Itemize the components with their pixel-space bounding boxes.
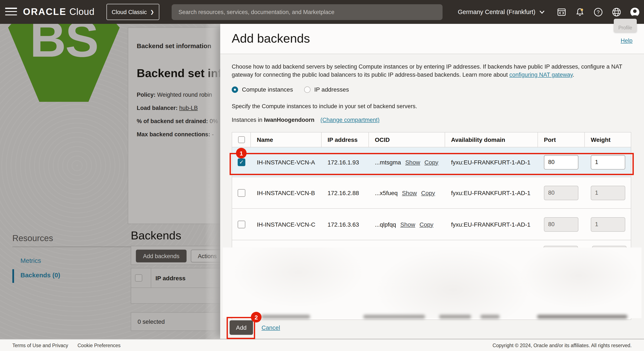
globe-language-icon[interactable] (611, 7, 622, 17)
resources-heading: Resources (12, 234, 53, 243)
instance-ad: fyxu:EU-FRANKFURT-1-AD-1 (445, 148, 538, 177)
column-header-name: Name (251, 132, 322, 147)
top-bar: ORACLE Cloud Cloud Classic ❯ Germany Cen… (0, 0, 644, 24)
column-header-weight: Weight (585, 132, 631, 147)
select-all-checkbox-dimmed (135, 274, 142, 282)
weight-input[interactable] (591, 155, 625, 169)
profile-tooltip-label: Profile (618, 25, 632, 30)
add-backends-panel: Add backends Help Choose how to add back… (220, 24, 644, 339)
weight-input[interactable] (591, 186, 625, 200)
help-link[interactable]: Help (620, 38, 632, 44)
instance-ip: 172.16.2.88 (322, 177, 369, 208)
page-footer: Terms of Use and Privacy Cookie Preferen… (0, 339, 644, 351)
cookie-preferences-link[interactable]: Cookie Preferences (78, 343, 120, 348)
blurred-table-region (223, 248, 642, 318)
annotation-step-badge-1: 1 (236, 148, 246, 158)
search-input[interactable] (172, 4, 442, 20)
radio-selected-icon (232, 86, 238, 93)
instances-compartment-line: Instances in IwanHoogendoorn(Change comp… (232, 117, 380, 123)
instance-ocid: ...qlpfqq (375, 221, 396, 228)
backends-heading: Backends (131, 229, 181, 242)
cloud-classic-label: Cloud Classic (112, 9, 147, 15)
radio-ip-addresses[interactable]: IP addresses (304, 86, 349, 93)
notifications-bell-icon[interactable] (574, 7, 585, 17)
backend-set-information-tab: Backend set information (137, 42, 211, 50)
instance-ocid: ...x5fueq (375, 189, 398, 196)
select-all-checkbox[interactable] (238, 136, 245, 143)
chevron-down-icon (539, 10, 545, 14)
table-header-row: Name IP address OCID Availability domain… (232, 132, 631, 148)
specify-instances-text: Specify the Compute instances to include… (232, 103, 417, 110)
row-checkbox[interactable] (238, 189, 245, 196)
instance-ad: fyxu:EU-FRANKFURT-1-AD-1 (445, 209, 538, 240)
profile-tooltip: Profile (614, 19, 637, 32)
column-header-ad: Availability domain (445, 132, 538, 147)
instance-ad: fyxu:EU-FRANKFURT-1-AD-1 (445, 177, 538, 208)
table-row: IH-INSTANCE-VCN-C 172.16.3.63 ...qlpfqqS… (232, 209, 631, 240)
page-edge-strip (205, 24, 220, 339)
instance-ip: 172.16.1.93 (322, 148, 369, 177)
svg-text:?: ? (596, 9, 599, 15)
load-balancer-link: hub-LB (179, 105, 198, 111)
copyright-text: Copyright © 2024, Oracle and/or its affi… (492, 343, 632, 348)
cancel-link[interactable]: Cancel (262, 324, 280, 331)
oracle-cloud-logo[interactable]: ORACLE Cloud (23, 0, 94, 24)
copy-ocid-link[interactable]: Copy (424, 159, 438, 166)
port-input[interactable] (544, 186, 578, 200)
row-checkbox[interactable] (238, 220, 245, 228)
change-compartment-link[interactable]: (Change compartment) (320, 117, 380, 123)
help-icon[interactable]: ? (593, 7, 603, 17)
policy-field: Policy: Weighted round robin (137, 92, 212, 98)
backend-set-badge-letters: BS (30, 24, 98, 102)
column-header-ocid: OCID (369, 132, 445, 147)
configuring-nat-gateway-link[interactable]: configuring NAT gateway (510, 72, 573, 78)
copy-ocid-link[interactable]: Copy (421, 189, 435, 196)
panel-header: Add backends (220, 24, 644, 54)
brand-oracle: ORACLE (23, 6, 66, 18)
chevron-right-icon: ❯ (150, 9, 154, 15)
brand-cloud: Cloud (70, 6, 94, 18)
radio-compute-instances[interactable]: Compute instances (232, 86, 293, 93)
copy-ocid-link[interactable]: Copy (420, 221, 434, 228)
backend-type-radio-group: Compute instances IP addresses (232, 86, 349, 93)
row-checkbox-checked[interactable] (238, 158, 245, 166)
instance-name: IH-INSTANCE-VCN-A (251, 148, 322, 177)
show-ocid-link[interactable]: Show (402, 189, 417, 196)
annotation-step-badge-2: 2 (251, 312, 262, 322)
max-connections-field: Max backend connections: - (137, 131, 214, 138)
column-header-port: Port (538, 132, 585, 147)
sidebar-item-metrics: Metrics (20, 257, 41, 264)
terms-of-use-link[interactable]: Terms of Use and Privacy (12, 343, 68, 348)
add-backends-button-dimmed: Add backends (136, 250, 186, 262)
backend-set-icon: BS (8, 24, 120, 102)
ip-address-column-header: IP address (156, 275, 186, 282)
add-button[interactable]: Add (230, 320, 253, 335)
instance-ocid: ...mtsgma (375, 159, 401, 166)
instance-name: IH-INSTANCE-VCN-C (251, 209, 322, 240)
table-row: 1 IH-INSTANCE-VCN-A 172.16.1.93 ...mtsgm… (232, 148, 631, 177)
page-title: Add backends (232, 32, 310, 46)
column-header-ip: IP address (322, 132, 369, 147)
dimmed-background-page: BS Backend set information Backend set i… (0, 24, 220, 339)
cloud-classic-button[interactable]: Cloud Classic ❯ (106, 4, 159, 20)
table-row: IH-INSTANCE-VCN-B 172.16.2.88 ...x5fueqS… (232, 177, 631, 209)
show-ocid-link[interactable]: Show (400, 221, 415, 228)
compartment-name: IwanHoogendoorn (264, 117, 314, 123)
region-selector[interactable]: Germany Central (Frankfurt) (458, 8, 545, 15)
topbar-right: Germany Central (Frankfurt) ? (458, 0, 640, 24)
cloud-shell-icon[interactable] (556, 7, 566, 17)
weight-input[interactable] (591, 217, 625, 232)
region-label: Germany Central (Frankfurt) (458, 8, 536, 15)
hamburger-menu-icon[interactable] (5, 8, 17, 16)
radio-unselected-icon (304, 86, 310, 93)
sidebar-item-backends: Backends (0) (20, 271, 60, 278)
instance-ip: 172.16.3.63 (322, 209, 369, 240)
load-balancer-field: Load balancer: hub-LB (137, 105, 198, 111)
port-input[interactable] (544, 155, 578, 169)
active-item-indicator (12, 269, 14, 283)
oracle-cloud-console: ORACLE Cloud Cloud Classic ❯ Germany Cen… (0, 0, 644, 351)
panel-description: Choose how to add backend servers by sel… (232, 62, 634, 79)
port-input[interactable] (544, 217, 578, 232)
show-ocid-link[interactable]: Show (405, 159, 420, 166)
profile-avatar-icon[interactable] (630, 7, 640, 17)
